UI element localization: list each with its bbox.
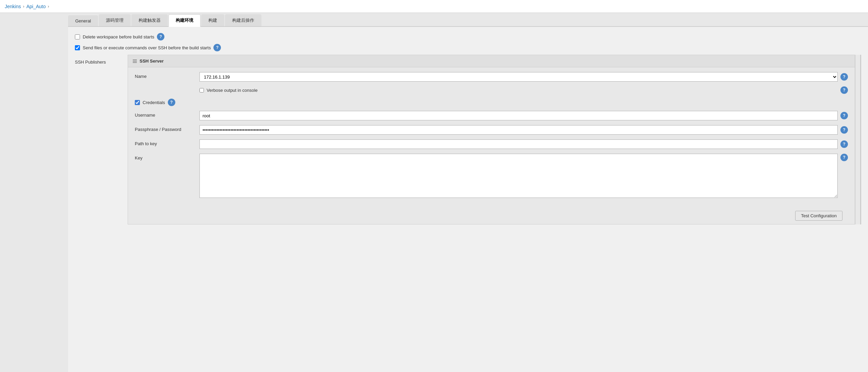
verbose-spacer bbox=[135, 86, 199, 88]
passphrase-label: Passphrase / Password bbox=[135, 125, 199, 132]
credentials-checkbox[interactable] bbox=[135, 100, 140, 105]
name-label: Name bbox=[135, 72, 199, 79]
passphrase-row: Passphrase / Password ? bbox=[135, 125, 848, 135]
ssh-publishers-section: SSH Publishers SSH Server Name bbox=[75, 55, 861, 224]
key-row: Key ? bbox=[135, 154, 848, 198]
ssh-form: Name 172.16.1.139 ? bbox=[128, 67, 855, 207]
tabs-bar: General 源码管理 构建触发器 构建环境 构建 构建后操作 bbox=[68, 13, 868, 27]
key-help-icon[interactable]: ? bbox=[840, 154, 848, 161]
verbose-control-wrap: Verbose output in console ? bbox=[199, 86, 848, 94]
sidebar bbox=[0, 13, 68, 372]
breadcrumb-bar: Jenkins › Api_Auto › bbox=[0, 0, 868, 13]
username-label: Username bbox=[135, 111, 199, 118]
passphrase-control-wrap: ? bbox=[199, 125, 848, 135]
key-control-wrap: ? bbox=[199, 154, 848, 198]
tab-post-build[interactable]: 构建后操作 bbox=[225, 14, 261, 26]
credentials-row: Credentials ? bbox=[135, 99, 848, 106]
right-edge bbox=[855, 55, 861, 224]
path-to-key-help-icon[interactable]: ? bbox=[840, 140, 848, 148]
breadcrumb-sep-1: › bbox=[23, 4, 24, 9]
send-files-help-icon[interactable]: ? bbox=[213, 44, 221, 51]
name-select[interactable]: 172.16.1.139 bbox=[199, 72, 838, 82]
username-input[interactable] bbox=[199, 111, 838, 120]
tab-source-mgmt[interactable]: 源码管理 bbox=[99, 14, 131, 26]
username-control-wrap: ? bbox=[199, 111, 848, 120]
passphrase-help-icon[interactable]: ? bbox=[840, 126, 848, 134]
ssh-server-title: SSH Server bbox=[140, 58, 164, 64]
key-textarea[interactable] bbox=[199, 154, 838, 198]
btn-row: Test Configuration bbox=[128, 207, 855, 224]
send-files-checkbox[interactable] bbox=[75, 45, 80, 50]
tab-build-trigger[interactable]: 构建触发器 bbox=[131, 14, 168, 26]
ssh-server-box: SSH Server Name 172.16.1.139 ? bbox=[128, 55, 855, 224]
verbose-label: Verbose output in console bbox=[207, 88, 258, 93]
tab-general[interactable]: General bbox=[68, 15, 98, 26]
breadcrumb-api-auto[interactable]: Api_Auto bbox=[26, 4, 46, 9]
verbose-row: Verbose output in console ? bbox=[135, 86, 848, 94]
breadcrumb-sep-2: › bbox=[48, 4, 49, 9]
send-files-row: Send files or execute commands over SSH … bbox=[75, 44, 861, 51]
delete-workspace-checkbox[interactable] bbox=[75, 34, 80, 39]
delete-workspace-label: Delete workspace before build starts bbox=[83, 34, 154, 39]
name-help-icon[interactable]: ? bbox=[840, 73, 848, 81]
right-edge-divider bbox=[860, 55, 861, 224]
path-to-key-row: Path to key ? bbox=[135, 139, 848, 149]
username-row: Username ? bbox=[135, 111, 848, 120]
path-to-key-control-wrap: ? bbox=[199, 139, 848, 149]
main-container: General 源码管理 构建触发器 构建环境 构建 构建后操作 Delete … bbox=[0, 13, 868, 372]
name-control-wrap: 172.16.1.139 ? bbox=[199, 72, 848, 82]
credentials-help-icon[interactable]: ? bbox=[168, 99, 175, 106]
delete-workspace-help-icon[interactable]: ? bbox=[157, 33, 164, 40]
username-help-icon[interactable]: ? bbox=[840, 112, 848, 119]
passphrase-input[interactable] bbox=[199, 125, 838, 135]
credentials-label: Credentials bbox=[143, 100, 165, 105]
page-content: Delete workspace before build starts ? S… bbox=[68, 27, 868, 372]
breadcrumb-jenkins[interactable]: Jenkins bbox=[5, 4, 21, 9]
test-configuration-button[interactable]: Test Configuration bbox=[795, 211, 842, 221]
ssh-server-header: SSH Server bbox=[128, 55, 855, 67]
verbose-checkbox[interactable] bbox=[199, 88, 204, 92]
key-label: Key bbox=[135, 154, 199, 160]
content-area: General 源码管理 构建触发器 构建环境 构建 构建后操作 Delete … bbox=[68, 13, 868, 372]
verbose-help-icon[interactable]: ? bbox=[840, 86, 848, 94]
tab-build-env[interactable]: 构建环境 bbox=[168, 14, 200, 27]
send-files-label: Send files or execute commands over SSH … bbox=[83, 45, 211, 50]
ssh-publishers-label: SSH Publishers bbox=[75, 55, 128, 224]
tab-build[interactable]: 构建 bbox=[201, 14, 224, 26]
path-to-key-input[interactable] bbox=[199, 139, 838, 149]
delete-workspace-row: Delete workspace before build starts ? bbox=[75, 33, 861, 40]
drag-handle[interactable] bbox=[133, 60, 137, 63]
name-row: Name 172.16.1.139 ? bbox=[135, 72, 848, 82]
path-to-key-label: Path to key bbox=[135, 139, 199, 146]
